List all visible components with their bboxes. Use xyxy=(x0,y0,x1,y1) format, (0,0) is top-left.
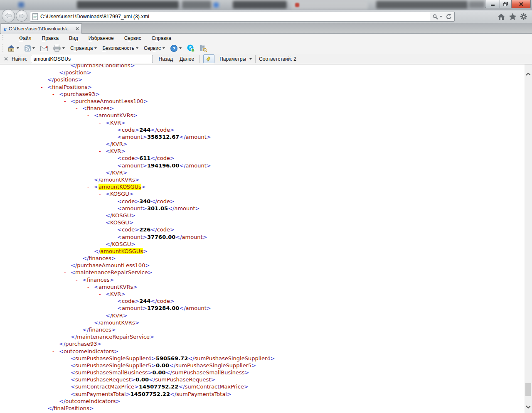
page-menu-button[interactable]: Страница xyxy=(70,45,97,51)
collapse-toggle[interactable]: - xyxy=(76,276,82,283)
print-split-button[interactable] xyxy=(53,45,65,52)
close-button[interactable] xyxy=(511,0,531,8)
dropdown-icon[interactable] xyxy=(62,47,65,49)
xml-line: </finalPositions> xyxy=(0,405,532,412)
vertical-scrollbar[interactable] xyxy=(525,64,532,413)
xml-line: </KVR> xyxy=(0,140,532,148)
menu-item-view[interactable]: Вид xyxy=(69,35,78,41)
xml-line: </KVR> xyxy=(0,169,532,176)
forward-button[interactable] xyxy=(16,10,27,22)
toolbar-grip[interactable] xyxy=(2,35,3,41)
settings-button[interactable] xyxy=(520,12,528,21)
minimize-button[interactable] xyxy=(485,0,500,8)
xml-line: <code>244</code> xyxy=(0,126,532,133)
collapse-toggle[interactable]: - xyxy=(64,98,71,105)
xml-line: <code>244</code> xyxy=(0,297,532,305)
find-options-button[interactable]: Параметры xyxy=(217,55,248,63)
collapse-toggle[interactable]: - xyxy=(41,84,47,91)
xml-line: </finances> xyxy=(0,255,532,262)
find-back-button[interactable]: Назад xyxy=(157,55,175,63)
chevron-down-icon xyxy=(526,406,531,408)
xml-line: -<maintenanceRepairService> xyxy=(0,269,532,276)
divider xyxy=(444,13,444,20)
search-dropdown-icon[interactable] xyxy=(440,16,442,17)
help-split-button[interactable]: ? xyxy=(170,45,182,52)
find-next-button[interactable]: Далее xyxy=(177,55,196,63)
collapse-toggle[interactable]: - xyxy=(76,105,82,112)
find-close-button[interactable] xyxy=(4,57,8,61)
address-bar-tools xyxy=(430,12,454,21)
xml-line: <sumPushaseRequest>0.00</sumPushaseReque… xyxy=(0,376,532,383)
scrollbar-thumb[interactable] xyxy=(525,383,531,396)
xml-line: </position> xyxy=(0,69,532,76)
xml-line: -<amountKVRs> xyxy=(0,112,532,119)
dropdown-icon[interactable] xyxy=(17,47,19,49)
toolbar-grip[interactable] xyxy=(2,44,3,52)
skype-addon-button[interactable]: S xyxy=(187,44,195,52)
xml-line: <sumPushaseSmallBusiness>0.00</sumPushas… xyxy=(0,369,532,376)
find-bar: Найти: Назад Далее Параметры Соответстви… xyxy=(0,54,532,64)
safety-menu-button[interactable]: Безопасность xyxy=(102,45,138,51)
search-icon[interactable] xyxy=(433,14,438,20)
collapse-toggle[interactable]: - xyxy=(52,91,59,98)
collapse-toggle[interactable]: - xyxy=(99,290,106,297)
favorites-button[interactable] xyxy=(508,12,517,21)
chevron-up-icon xyxy=(526,73,531,76)
collapse-toggle[interactable]: - xyxy=(87,283,94,290)
home-icon xyxy=(498,13,505,20)
collapse-toggle[interactable]: - xyxy=(52,348,59,355)
collapse-toggle[interactable]: - xyxy=(99,119,106,126)
highlight-toggle-button[interactable] xyxy=(203,54,214,63)
tools-menu-button[interactable]: Сервис xyxy=(144,45,165,51)
scrollbar-down-button[interactable] xyxy=(525,403,532,411)
window-controls xyxy=(485,0,531,8)
feeds-split-button[interactable] xyxy=(25,45,35,52)
home-split-button[interactable] xyxy=(7,45,19,52)
back-button[interactable] xyxy=(2,9,15,22)
collapse-toggle[interactable]: - xyxy=(87,112,94,119)
xml-line: <amount>37760.00</amount> xyxy=(0,234,532,241)
close-icon xyxy=(519,2,523,6)
tab-active[interactable]: e C:\Users\user1\Downloads\... xyxy=(1,23,82,34)
xml-line: -<amountKOSGUs> xyxy=(0,183,532,190)
tab-close-icon[interactable] xyxy=(76,27,79,30)
menu-item-edit[interactable]: Правка xyxy=(42,35,59,41)
dropdown-icon[interactable] xyxy=(179,47,182,49)
minimize-icon xyxy=(491,2,495,6)
browser-action-icons xyxy=(497,12,528,21)
mail-button[interactable] xyxy=(40,46,48,51)
maximize-button[interactable] xyxy=(500,0,511,8)
addon-notebook-button[interactable] xyxy=(200,45,207,52)
menu-item-file[interactable]: Файл xyxy=(19,35,32,41)
menu-item-tools[interactable]: Сервис xyxy=(124,35,141,41)
menu-item-favorites[interactable]: Избранное xyxy=(89,35,114,41)
collapse-toggle[interactable]: - xyxy=(99,219,106,226)
back-arrow-icon xyxy=(5,13,12,19)
scrollbar-up-button[interactable] xyxy=(525,70,532,78)
xml-line: -<KVR> xyxy=(0,290,532,297)
notebook-magnifier-icon xyxy=(200,45,207,52)
highlighter-icon xyxy=(206,56,212,62)
collapse-toggle[interactable]: - xyxy=(64,269,71,276)
dropdown-icon[interactable] xyxy=(32,47,35,49)
rss-icon xyxy=(25,45,31,52)
home-button[interactable] xyxy=(497,12,505,21)
collapse-toggle[interactable]: - xyxy=(99,148,106,155)
find-input[interactable] xyxy=(31,55,153,63)
background-window-blur xyxy=(233,1,287,9)
xml-line: <sumPushaseSingleSupplier4>590569.72</su… xyxy=(0,355,532,362)
collapse-toggle[interactable]: - xyxy=(99,190,106,197)
address-bar[interactable]: C:\Users\user1\Downloads\817997_xml (3).… xyxy=(30,12,455,22)
star-icon xyxy=(509,13,517,20)
menu-item-help[interactable]: Справка xyxy=(152,35,171,41)
xml-line: </amountKOSGUs> xyxy=(0,248,532,255)
refresh-icon[interactable] xyxy=(446,14,452,20)
address-url[interactable]: C:\Users\user1\Downloads\817997_xml (3).… xyxy=(40,14,430,20)
ie-window: C:\Users\user1\Downloads\817997_xml (3).… xyxy=(0,0,532,413)
restore-icon xyxy=(503,2,508,6)
background-window-blur xyxy=(214,2,219,7)
navigation-bar: C:\Users\user1\Downloads\817997_xml (3).… xyxy=(0,10,532,23)
dropdown-icon[interactable] xyxy=(249,58,252,60)
collapse-toggle[interactable]: - xyxy=(87,183,94,190)
page-icon xyxy=(32,13,38,20)
